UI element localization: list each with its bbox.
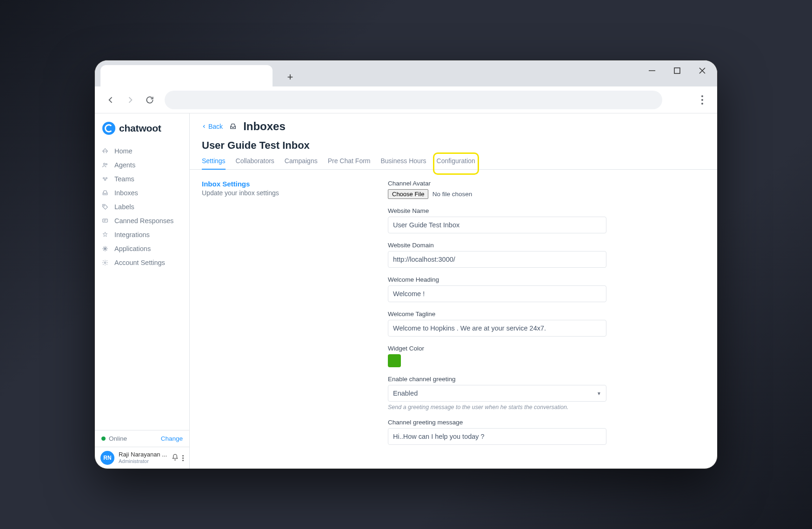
sidebar-item-account-settings[interactable]: Account Settings: [95, 256, 189, 270]
tab-campaigns[interactable]: Campaigns: [285, 157, 318, 169]
file-status: No file chosen: [433, 191, 473, 198]
profile-role: Administrator: [119, 458, 167, 464]
welcome-tagline-input[interactable]: [388, 320, 606, 337]
profile-name: Raji Narayanan ...: [119, 451, 167, 458]
brand-name: chatwoot: [119, 123, 161, 134]
tab-settings[interactable]: Settings: [202, 157, 226, 169]
window-controls: [646, 65, 708, 76]
profile-info: Raji Narayanan ... Administrator: [119, 451, 167, 464]
tab-business-hours[interactable]: Business Hours: [381, 157, 426, 169]
field-website-domain: Website Domain: [388, 242, 606, 268]
sidebar-item-label: Applications: [114, 245, 151, 252]
svg-point-8: [104, 262, 106, 264]
browser-menu-button[interactable]: [696, 95, 709, 105]
sidebar-item-label: Home: [114, 147, 133, 155]
enable-greeting-select[interactable]: Enabled ▼: [388, 385, 606, 402]
page-body: Inbox Settings Update your inbox setting…: [190, 170, 717, 469]
settings-form: Channel Avatar Choose File No file chose…: [388, 180, 606, 458]
svg-rect-0: [674, 68, 680, 73]
label-website-name: Website Name: [388, 207, 606, 214]
browser-window: + chatwoot Home: [94, 60, 718, 469]
section-title: Inbox Settings: [202, 180, 369, 188]
inbox-name: User Guide Test Inbox: [202, 139, 705, 152]
breadcrumb: Back Inboxes: [202, 120, 705, 133]
tab-strip: +: [95, 60, 717, 86]
bell-icon[interactable]: [172, 454, 179, 463]
inbox-header-icon: [229, 123, 237, 130]
teams-icon: [101, 175, 109, 183]
applications-icon: [101, 245, 109, 252]
svg-point-1: [104, 163, 106, 165]
presence-dot-icon: [101, 436, 106, 441]
reload-button[interactable]: [142, 93, 157, 107]
browser-tab[interactable]: [100, 65, 273, 86]
field-website-name: Website Name: [388, 207, 606, 233]
field-welcome-heading: Welcome Heading: [388, 276, 606, 302]
home-icon: [101, 147, 109, 155]
sidebar-item-label: Canned Responses: [114, 217, 173, 225]
label-welcome-heading: Welcome Heading: [388, 276, 606, 283]
minimize-button[interactable]: [646, 65, 658, 76]
widget-color-swatch[interactable]: [388, 354, 401, 367]
brand-logo[interactable]: chatwoot: [95, 113, 189, 139]
greeting-message-input[interactable]: [388, 428, 606, 445]
sidebar-item-integrations[interactable]: Integrations: [95, 228, 189, 242]
sidebar-item-canned-responses[interactable]: Canned Responses: [95, 214, 189, 228]
svg-point-2: [106, 164, 107, 165]
label-widget-color: Widget Color: [388, 345, 606, 352]
sidebar-item-label: Inboxes: [114, 189, 138, 197]
forward-button[interactable]: [123, 93, 138, 107]
canned-icon: [101, 217, 109, 225]
section-header: Inbox Settings Update your inbox setting…: [202, 180, 369, 458]
agents-icon: [101, 161, 109, 169]
presence-status: Online: [101, 435, 127, 442]
sidebar-nav: Home Agents Teams Inboxes Labels: [95, 144, 189, 430]
profile-actions: [172, 454, 184, 463]
sidebar-item-labels[interactable]: Labels: [95, 200, 189, 214]
label-enable-greeting: Enable channel greeting: [388, 376, 606, 383]
sidebar-item-agents[interactable]: Agents: [95, 158, 189, 172]
sidebar-item-home[interactable]: Home: [95, 144, 189, 158]
svg-point-4: [106, 178, 107, 179]
browser-toolbar: [95, 86, 717, 113]
sidebar: chatwoot Home Agents Teams Inboxes: [95, 113, 190, 469]
sidebar-item-applications[interactable]: Applications: [95, 242, 189, 256]
tab-pre-chat-form[interactable]: Pre Chat Form: [328, 157, 371, 169]
chatwoot-logo-icon: [102, 122, 115, 135]
address-bar[interactable]: [165, 91, 662, 109]
back-button[interactable]: [103, 93, 118, 107]
greeting-hint: Send a greeting message to the user when…: [388, 404, 606, 410]
svg-rect-7: [103, 219, 108, 222]
main-content: Back Inboxes User Guide Test Inbox Setti…: [190, 113, 717, 469]
tab-configuration[interactable]: Configuration: [437, 157, 475, 169]
close-button[interactable]: [697, 65, 708, 76]
website-domain-input[interactable]: [388, 251, 606, 268]
presence-change-link[interactable]: Change: [161, 435, 183, 442]
sidebar-item-label: Labels: [114, 203, 134, 211]
svg-point-5: [105, 179, 106, 180]
page-title: Inboxes: [243, 120, 286, 133]
field-welcome-tagline: Welcome Tagline: [388, 311, 606, 337]
label-greeting-message: Channel greeting message: [388, 419, 606, 426]
chevron-down-icon: ▼: [597, 391, 601, 396]
welcome-heading-input[interactable]: [388, 285, 606, 302]
maximize-button[interactable]: [672, 65, 683, 76]
back-link[interactable]: Back: [202, 123, 223, 130]
choose-file-button[interactable]: Choose File: [388, 189, 428, 199]
integrations-icon: [101, 231, 109, 238]
profile-card[interactable]: RN Raji Narayanan ... Administrator: [95, 447, 189, 469]
sidebar-item-label: Account Settings: [114, 259, 165, 266]
website-name-input[interactable]: [388, 217, 606, 233]
field-channel-avatar: Channel Avatar Choose File No file chose…: [388, 180, 606, 199]
inbox-icon: [101, 189, 109, 197]
field-greeting-message: Channel greeting message: [388, 419, 606, 445]
new-tab-button[interactable]: +: [282, 69, 299, 86]
sidebar-item-label: Integrations: [114, 231, 150, 238]
sidebar-item-inboxes[interactable]: Inboxes: [95, 186, 189, 200]
field-enable-greeting: Enable channel greeting Enabled ▼ Send a…: [388, 376, 606, 410]
sidebar-item-label: Agents: [114, 161, 135, 169]
more-icon[interactable]: [182, 455, 184, 461]
tab-collaborators[interactable]: Collaborators: [236, 157, 274, 169]
app-shell: chatwoot Home Agents Teams Inboxes: [95, 113, 717, 469]
sidebar-item-teams[interactable]: Teams: [95, 172, 189, 186]
